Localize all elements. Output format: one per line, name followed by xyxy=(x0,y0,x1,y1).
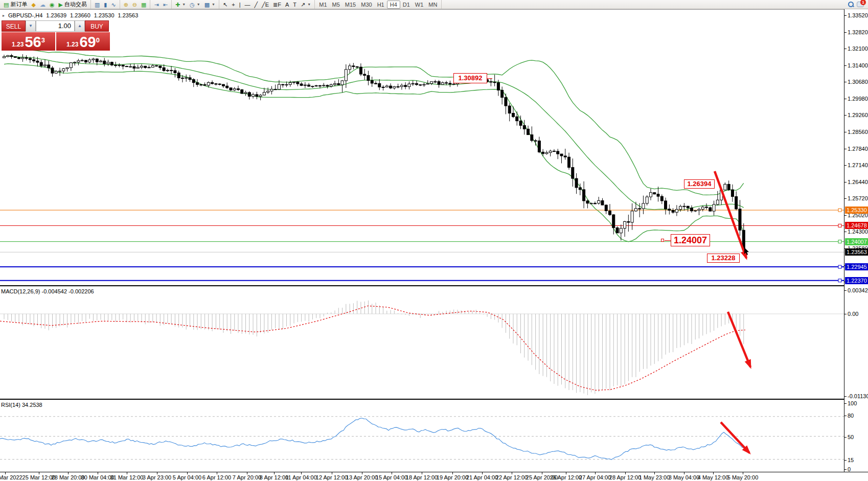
timeframe-h4[interactable]: H4 xyxy=(387,1,400,9)
level-lines[interactable] xyxy=(0,210,844,281)
templates-button[interactable]: ▩▼ xyxy=(202,1,217,9)
periods-button-dropdown[interactable]: ▼ xyxy=(197,3,200,6)
templates-button-dropdown[interactable]: ▼ xyxy=(212,3,215,6)
volume-down-button[interactable]: ▼ xyxy=(26,20,36,32)
time-label: 15 Apr 04:00 xyxy=(376,474,407,480)
indicators-button-dropdown[interactable]: ▼ xyxy=(182,3,186,6)
rsi-pane[interactable] xyxy=(0,400,844,472)
time-label: 11 Apr 04:00 xyxy=(285,474,317,480)
macd-trend-arrow[interactable] xyxy=(728,312,751,369)
bar-chart-button-icon: ▥ xyxy=(95,1,100,9)
new-order-button-icon: ▤ xyxy=(4,1,9,9)
text-label-button-icon: T xyxy=(293,1,296,9)
ask-quote[interactable]: 1.23 69 0 xyxy=(56,32,110,51)
zoom-in-button[interactable]: ⊕ xyxy=(122,1,130,9)
ingot-button[interactable]: ◆ xyxy=(29,1,37,9)
price-chart-pane[interactable] xyxy=(0,9,844,285)
level-handle[interactable] xyxy=(838,265,841,268)
price-tick-label: 1.32820 xyxy=(848,29,868,35)
buy-button[interactable]: BUY xyxy=(85,20,109,32)
timeframe-h1[interactable]: H1 xyxy=(375,1,387,9)
level-handle[interactable] xyxy=(838,209,841,212)
time-label: 30 Mar 04:00 xyxy=(81,474,115,480)
tile-windows-button[interactable]: ▦ xyxy=(139,1,148,9)
autotrade-button[interactable]: ▶自动交易 xyxy=(56,1,88,9)
time-label: 12 Apr 12:00 xyxy=(316,474,348,480)
timeframe-d1[interactable]: D1 xyxy=(400,1,413,9)
sell-button[interactable]: SELL xyxy=(2,20,26,32)
arrows-button[interactable]: ↗▼ xyxy=(299,1,313,9)
price-tick-label: 1.31400 xyxy=(848,62,868,68)
text-label-button[interactable]: T xyxy=(291,1,299,9)
price-macd-divider[interactable] xyxy=(0,285,868,286)
price-axis[interactable]: 1.335201.328201.321001.314001.306801.299… xyxy=(844,9,868,472)
symbol-label: GBPUSD-,H4 xyxy=(8,12,42,18)
ask-sup-digit: 0 xyxy=(96,37,100,43)
rsi-axis-label: 50 xyxy=(848,434,854,440)
ohlc-high: 1.23660 xyxy=(70,12,90,18)
text-button[interactable]: A xyxy=(283,1,291,9)
price-tick-label: 1.29260 xyxy=(848,112,868,118)
bid-quote[interactable]: 1.23 56 3 xyxy=(2,32,55,51)
chart-shift-button[interactable]: ⇤ xyxy=(161,1,170,9)
price-callout-label[interactable]: 1.26394 xyxy=(684,179,715,189)
timeframe-m15[interactable]: M15 xyxy=(342,1,358,9)
arrows-button-dropdown[interactable]: ▼ xyxy=(307,3,311,6)
auto-scroll-button[interactable]: ⇥ xyxy=(152,1,161,9)
new-order-button[interactable]: ▤新订单 xyxy=(2,1,29,9)
timeframe-mn[interactable]: MN xyxy=(426,1,440,9)
signal-button[interactable]: ◉ xyxy=(48,1,57,9)
macd-rsi-divider[interactable] xyxy=(0,399,868,400)
price-tick-dash xyxy=(844,49,847,49)
vertical-line-button-icon: | xyxy=(239,1,241,9)
timeframe-m15-label: M15 xyxy=(345,2,356,8)
notifications-icon[interactable]: 1 xyxy=(857,2,864,7)
indicators-button[interactable]: ✚▼ xyxy=(173,1,188,9)
time-label: 19 Apr 20:00 xyxy=(437,474,468,480)
channel-button[interactable]: ╱E xyxy=(260,1,271,9)
chart-shift-button-icon: ⇤ xyxy=(163,1,168,9)
ask-prefix: 1.23 xyxy=(66,39,78,50)
volume-input[interactable]: 1.00 xyxy=(36,20,75,32)
level-handle[interactable] xyxy=(838,279,841,282)
time-label: 25 Mar 12:00 xyxy=(22,474,56,480)
macd-pane[interactable] xyxy=(0,286,844,399)
level-handle[interactable] xyxy=(838,240,841,243)
fibonacci-button[interactable]: ≣F xyxy=(271,1,283,9)
signal-button-icon: ◉ xyxy=(50,1,55,9)
timeframe-m5[interactable]: M5 xyxy=(330,1,342,9)
horizontal-line-button[interactable]: — xyxy=(242,1,252,9)
price-callout-label[interactable]: 1.23228 xyxy=(707,254,740,263)
notification-badge: 1 xyxy=(860,0,866,5)
line-chart-button[interactable]: ∿ xyxy=(109,1,118,9)
search-icon[interactable] xyxy=(848,2,854,7)
vertical-line-button[interactable]: | xyxy=(237,1,243,9)
periods-button[interactable]: ◷▼ xyxy=(188,1,202,9)
rsi-axis-dash xyxy=(844,403,847,404)
price-tick-dash xyxy=(844,165,847,166)
price-callout-label[interactable]: 1.30892 xyxy=(453,73,487,83)
tile-windows-button-icon: ▦ xyxy=(141,1,146,9)
time-axis[interactable]: 4 Mar 202225 Mar 12:0028 Mar 20:0030 Mar… xyxy=(0,472,868,481)
cursor-button[interactable]: ↖ xyxy=(221,1,230,9)
timeframe-m1[interactable]: M1 xyxy=(316,1,329,9)
rsi-trend-arrow[interactable] xyxy=(721,422,751,454)
candlestick-chart-button[interactable]: ▮ xyxy=(102,1,109,9)
price-tick-dash xyxy=(844,65,847,66)
crosshair-button[interactable]: + xyxy=(230,1,237,9)
time-label: 22 Apr 12:00 xyxy=(496,474,528,480)
rsi-axis-dash xyxy=(844,437,847,438)
bar-chart-button[interactable]: ▥ xyxy=(93,1,102,9)
zoom-out-button[interactable]: ⊖ xyxy=(130,1,139,9)
price-callout-label[interactable]: 1.24007 xyxy=(671,234,710,246)
price-trend-arrow[interactable] xyxy=(715,171,747,260)
publisher-button[interactable]: ☁ xyxy=(38,1,48,9)
trendline-button[interactable]: ╱ xyxy=(252,1,260,9)
volume-up-button[interactable]: ▲ xyxy=(75,20,85,32)
macd-axis-dash xyxy=(844,314,847,314)
timeframe-w1[interactable]: W1 xyxy=(413,1,426,9)
level-handle[interactable] xyxy=(838,224,841,227)
rsi-axis-label: 80 xyxy=(848,413,854,419)
new-order-button-label: 新订单 xyxy=(10,1,27,8)
timeframe-m30[interactable]: M30 xyxy=(358,1,374,9)
